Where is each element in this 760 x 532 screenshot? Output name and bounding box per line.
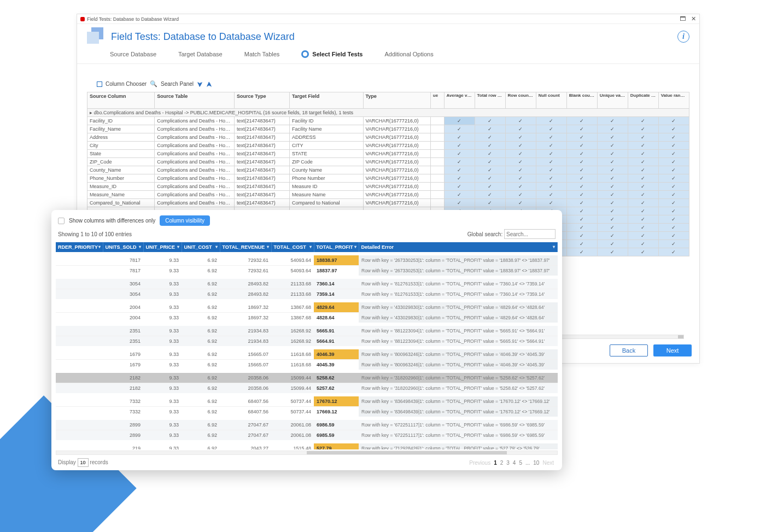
test-checkbox[interactable]: ✓ xyxy=(566,240,597,248)
test-checkbox[interactable]: ✓ xyxy=(628,240,658,248)
test-checkbox[interactable]: ✓ xyxy=(475,199,505,207)
test-checkbox[interactable]: ✓ xyxy=(597,183,628,191)
table-row[interactable]: 21829.336.9220358.0615099.445258.62Row w… xyxy=(56,371,558,383)
test-checkbox[interactable]: ✓ xyxy=(505,125,536,133)
test-checkbox[interactable]: ✓ xyxy=(536,166,566,174)
test-checkbox[interactable]: ✓ xyxy=(444,133,475,142)
pager-page[interactable]: 2 xyxy=(500,460,504,466)
test-checkbox[interactable]: ✓ xyxy=(597,248,628,256)
test-checkbox[interactable]: ✓ xyxy=(628,142,658,150)
col-target-field[interactable]: Target Field xyxy=(289,92,363,109)
test-checkbox[interactable]: ✓ xyxy=(475,142,505,150)
test-checkbox[interactable]: ✓ xyxy=(597,207,628,215)
step-select-field-tests[interactable]: Select Field Tests xyxy=(301,50,363,58)
test-checkbox[interactable]: ✓ xyxy=(628,150,658,158)
test-checkbox[interactable]: ✓ xyxy=(628,183,658,191)
col-unique-values[interactable]: Unique values count xyxy=(597,92,628,109)
table-row[interactable]: 20049.336.9218697.3213867.684828.64Row w… xyxy=(56,313,558,325)
test-checkbox[interactable]: ✓ xyxy=(597,142,628,150)
results-horizontal-scrollbar[interactable] xyxy=(56,451,558,455)
col-unit-price[interactable]: UNIT_PRICE▾ xyxy=(143,242,182,254)
test-checkbox[interactable]: ✓ xyxy=(658,224,689,232)
test-checkbox[interactable]: ✓ xyxy=(566,117,597,125)
pager-page[interactable]: 4 xyxy=(513,460,516,466)
test-checkbox[interactable]: ✓ xyxy=(505,158,536,166)
pager-previous[interactable]: Previous xyxy=(469,460,490,466)
test-checkbox[interactable]: ✓ xyxy=(566,183,597,191)
test-checkbox[interactable]: ✓ xyxy=(658,199,689,207)
test-checkbox[interactable]: ✓ xyxy=(658,240,689,248)
column-chooser-icon[interactable] xyxy=(97,81,102,87)
table-row[interactable]: 30549.336.9228493.8221133.687360.14Row w… xyxy=(56,277,558,289)
test-checkbox[interactable]: ✓ xyxy=(536,191,566,199)
col-total-revenue[interactable]: TOTAL_REVENUE▾ xyxy=(220,242,271,254)
test-checkbox[interactable]: ✓ xyxy=(658,158,689,166)
col-units-sold[interactable]: UNITS_SOLD▾ xyxy=(103,242,143,254)
test-checkbox[interactable]: ✓ xyxy=(505,117,536,125)
test-checkbox[interactable]: ✓ xyxy=(597,150,628,158)
test-checkbox[interactable]: ✓ xyxy=(505,150,536,158)
show-diff-checkbox[interactable] xyxy=(58,218,65,224)
test-checkbox[interactable]: ✓ xyxy=(536,150,566,158)
test-checkbox[interactable]: ✓ xyxy=(566,142,597,150)
test-checkbox[interactable]: ✓ xyxy=(628,232,658,240)
test-checkbox[interactable]: ✓ xyxy=(597,158,628,166)
col-row-not-null[interactable]: Row count (not counting null) xyxy=(505,92,536,109)
test-checkbox[interactable]: ✓ xyxy=(536,183,566,191)
test-checkbox[interactable]: ✓ xyxy=(536,199,566,207)
test-checkbox[interactable]: ✓ xyxy=(566,125,597,133)
test-checkbox[interactable]: ✓ xyxy=(536,158,566,166)
test-checkbox[interactable]: ✓ xyxy=(658,142,689,150)
test-checkbox[interactable]: ✓ xyxy=(475,166,505,174)
table-row[interactable]: Measure_NameComplications and Deaths - H… xyxy=(87,191,689,199)
step-additional-options[interactable]: Additional Options xyxy=(384,50,433,58)
test-checkbox[interactable]: ✓ xyxy=(597,232,628,240)
table-row[interactable]: 78179.336.9272932.6154093.6418838.97Row … xyxy=(56,254,558,266)
test-checkbox[interactable]: ✓ xyxy=(597,199,628,207)
test-checkbox[interactable]: ✓ xyxy=(566,224,597,232)
table-row[interactable]: 16799.336.9215665.0711618.684045.39Row w… xyxy=(56,360,558,372)
test-checkbox[interactable]: ✓ xyxy=(597,240,628,248)
test-checkbox[interactable]: ✓ xyxy=(628,224,658,232)
test-checkbox[interactable]: ✓ xyxy=(536,142,566,150)
test-checkbox[interactable]: ✓ xyxy=(444,150,475,158)
test-checkbox[interactable]: ✓ xyxy=(475,191,505,199)
close-button[interactable]: ✕ xyxy=(691,15,696,22)
table-row[interactable]: 28999.336.9227047.6720061.086985.59Row w… xyxy=(56,430,558,442)
test-checkbox[interactable]: ✓ xyxy=(475,183,505,191)
test-checkbox[interactable]: ✓ xyxy=(566,215,597,224)
global-search-input[interactable] xyxy=(504,229,556,239)
test-checkbox[interactable]: ✓ xyxy=(505,142,536,150)
test-checkbox[interactable]: ✓ xyxy=(658,166,689,174)
table-row[interactable]: 73329.336.9268407.5650737.4417670.12Row … xyxy=(56,395,558,407)
test-checkbox[interactable]: ✓ xyxy=(475,150,505,158)
col-source-table[interactable]: Source Table xyxy=(155,92,235,109)
test-checkbox[interactable]: ✓ xyxy=(658,191,689,199)
test-checkbox[interactable]: ✓ xyxy=(566,174,597,183)
test-checkbox[interactable]: ✓ xyxy=(628,117,658,125)
test-checkbox[interactable]: ✓ xyxy=(566,191,597,199)
test-checkbox[interactable]: ✓ xyxy=(658,232,689,240)
search-icon[interactable]: 🔍 xyxy=(150,80,157,87)
column-chooser-button[interactable]: Column Chooser xyxy=(106,81,147,87)
test-checkbox[interactable]: ✓ xyxy=(597,191,628,199)
test-checkbox[interactable]: ✓ xyxy=(475,158,505,166)
test-checkbox[interactable]: ✓ xyxy=(444,117,475,125)
table-row[interactable]: 23519.336.9221934.8316268.925664.91Row w… xyxy=(56,336,558,348)
table-row[interactable]: 16799.336.9215665.0711618.684046.39Row w… xyxy=(56,348,558,360)
collapse-all-icon[interactable]: ⮝ xyxy=(206,81,212,87)
table-row[interactable]: Measure_IDComplications and Deaths - Hos… xyxy=(87,183,689,191)
test-checkbox[interactable]: ✓ xyxy=(444,158,475,166)
test-checkbox[interactable]: ✓ xyxy=(597,215,628,224)
test-checkbox[interactable]: ✓ xyxy=(475,133,505,142)
column-visibility-button[interactable]: Column visibility xyxy=(160,215,210,226)
table-row[interactable]: ZIP_CodeComplications and Deaths - Hospi… xyxy=(87,158,689,166)
test-checkbox[interactable]: ✓ xyxy=(475,174,505,183)
test-checkbox[interactable]: ✓ xyxy=(566,199,597,207)
test-checkbox[interactable]: ✓ xyxy=(628,158,658,166)
pager-next[interactable]: Next xyxy=(542,460,554,466)
test-checkbox[interactable]: ✓ xyxy=(505,174,536,183)
test-checkbox[interactable]: ✓ xyxy=(658,215,689,224)
pager-page[interactable]: 10 xyxy=(533,460,539,466)
step-match-tables[interactable]: Match Tables xyxy=(244,50,280,58)
